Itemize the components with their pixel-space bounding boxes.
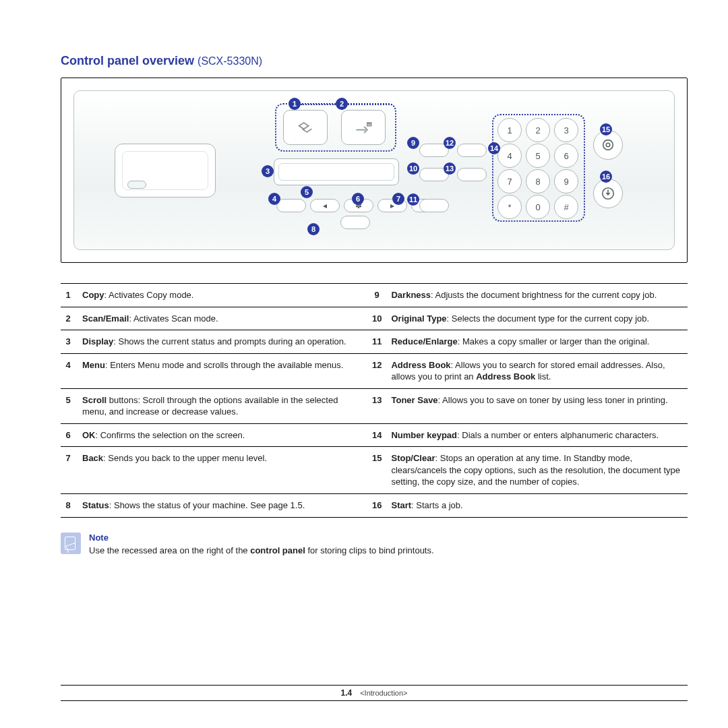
scroll-left-button[interactable]: ◂: [310, 199, 340, 212]
svg-point-1: [606, 143, 610, 147]
panel-flap: [115, 144, 216, 198]
legend-desc: Scroll buttons: Scroll through the optio…: [80, 388, 369, 423]
keypad-4[interactable]: 4: [497, 144, 522, 168]
note-icon: [61, 533, 81, 554]
callout-13: 13: [444, 162, 456, 175]
panel-body: 1 2 3 ◂ ✽ ▸ 4 5 6 7 8 9 10 11: [73, 90, 675, 250]
callout-3: 3: [262, 165, 274, 177]
legend-num: 5: [61, 388, 80, 423]
heading-main: Control panel overview: [61, 54, 194, 67]
callout-4: 4: [268, 193, 280, 205]
start-button[interactable]: [593, 179, 623, 208]
legend-num: 16: [369, 494, 388, 518]
svg-point-0: [603, 140, 613, 150]
scan-email-icon: [354, 118, 373, 137]
keypad-6[interactable]: 6: [554, 144, 578, 168]
keypad-hash[interactable]: #: [554, 195, 578, 219]
legend-num: 2: [61, 307, 80, 330]
callout-11: 11: [407, 193, 419, 206]
callout-7: 7: [392, 193, 404, 205]
note-heading: Note: [89, 533, 434, 543]
callout-5: 5: [301, 186, 313, 198]
legend-num: 3: [61, 330, 80, 354]
legend-num: 7: [61, 447, 80, 494]
page-number: 1.4: [340, 688, 352, 698]
page-heading: Control panel overview (SCX-5330N): [61, 54, 688, 68]
callout-6: 6: [352, 193, 364, 205]
legend-num: 4: [61, 353, 80, 388]
start-icon: [601, 186, 615, 201]
keypad-5[interactable]: 5: [526, 144, 550, 168]
legend-desc: OK: Confirms the selection on the screen…: [80, 423, 369, 447]
legend-num: 9: [369, 284, 388, 307]
legend-desc: Stop/Clear: Stops an operation at any ti…: [388, 447, 688, 494]
legend-num: 11: [369, 330, 388, 354]
status-button[interactable]: [340, 216, 370, 229]
legend-desc: Original Type: Selects the document type…: [388, 307, 688, 330]
heading-model: (SCX-5330N): [198, 55, 262, 67]
menu-button[interactable]: [276, 199, 306, 212]
legend-num: 15: [369, 447, 388, 494]
address-book-button[interactable]: [457, 144, 487, 157]
keypad-7[interactable]: 7: [497, 169, 522, 193]
legend-desc: Reduce/Enlarge: Makes a copy smaller or …: [388, 330, 688, 354]
legend-desc: Darkness: Adjusts the document brightnes…: [388, 284, 688, 307]
callout-14: 14: [488, 142, 500, 154]
keypad-8[interactable]: 8: [526, 169, 550, 193]
legend-desc: Menu: Enters Menu mode and scrolls throu…: [80, 353, 369, 388]
legend-desc: Status: Shows the status of your machine…: [80, 494, 369, 518]
legend-desc: Start: Starts a job.: [388, 494, 688, 518]
keypad-2[interactable]: 2: [526, 118, 550, 142]
legend-desc: Copy: Activates Copy mode.: [80, 284, 369, 307]
keypad-0[interactable]: 0: [526, 195, 550, 219]
callout-8: 8: [307, 223, 320, 235]
note-body: Use the recessed area on the right of th…: [89, 545, 434, 557]
page-footer: 1.4 <Introduction>: [61, 685, 688, 701]
callout-1: 1: [289, 98, 301, 110]
copy-button[interactable]: [283, 110, 328, 145]
legend-desc: Address Book: Allows you to search for s…: [388, 353, 688, 388]
section-name: <Introduction>: [360, 689, 407, 697]
copy-icon: [296, 118, 315, 137]
legend-desc: Toner Save: Allows you to save on toner …: [388, 388, 688, 423]
legend-desc: Number keypad: Dials a number or enters …: [388, 423, 688, 447]
legend-desc: Back: Sends you back to the upper menu l…: [80, 447, 369, 494]
keypad-star[interactable]: *: [497, 195, 522, 219]
toner-save-button[interactable]: [457, 168, 487, 181]
callout-15: 15: [600, 123, 612, 135]
callout-16: 16: [600, 171, 612, 183]
legend-num: 12: [369, 353, 388, 388]
legend-num: 10: [369, 307, 388, 330]
legend-num: 1: [61, 284, 80, 307]
callout-9: 9: [407, 137, 419, 149]
legend-num: 14: [369, 423, 388, 447]
legend-num: 6: [61, 423, 80, 447]
flap-tab: [127, 181, 146, 189]
note-block: Note Use the recessed area on the right …: [61, 533, 688, 557]
legend-desc: Scan/Email: Activates Scan mode.: [80, 307, 369, 330]
callout-12: 12: [444, 137, 456, 149]
control-panel-figure: 1 2 3 ◂ ✽ ▸ 4 5 6 7 8 9 10 11: [61, 78, 688, 263]
lcd-display: [274, 158, 399, 185]
stop-icon: [601, 138, 615, 152]
legend-desc: Display: Shows the current status and pr…: [80, 330, 369, 354]
legend-table: 1Copy: Activates Copy mode.9Darkness: Ad…: [61, 283, 688, 518]
keypad-9[interactable]: 9: [554, 169, 578, 193]
keypad-1[interactable]: 1: [497, 118, 522, 142]
legend-num: 13: [369, 388, 388, 423]
callout-2: 2: [336, 98, 348, 110]
keypad-3[interactable]: 3: [554, 118, 578, 142]
scan-email-button[interactable]: [341, 110, 386, 145]
callout-10: 10: [407, 162, 419, 175]
reduce-enlarge-button[interactable]: [419, 199, 449, 212]
legend-num: 8: [61, 494, 80, 518]
